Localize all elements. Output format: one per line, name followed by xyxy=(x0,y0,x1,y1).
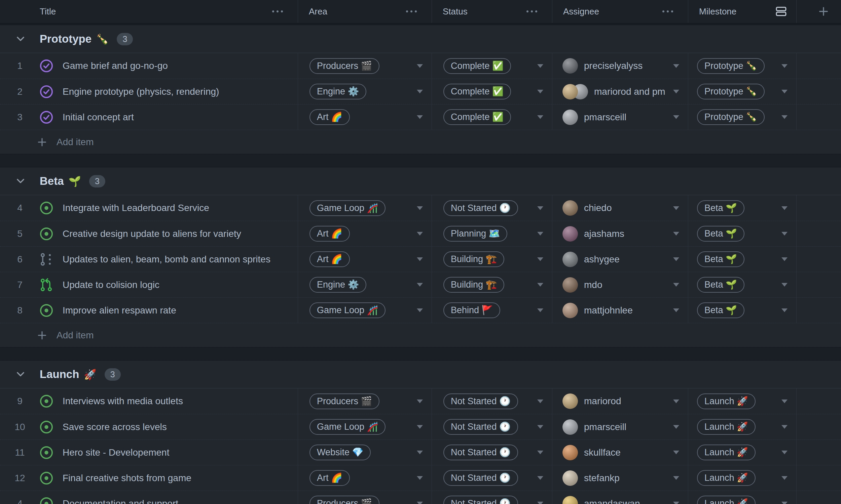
group-header[interactable]: Launch 🚀 3 xyxy=(0,361,841,389)
assignee-dropdown[interactable]: preciselyalyss xyxy=(552,53,688,79)
column-menu-icon[interactable] xyxy=(406,11,417,13)
assignee-dropdown[interactable]: chiedo xyxy=(552,195,688,221)
milestone-dropdown[interactable]: Launch 🚀 xyxy=(688,440,796,465)
column-header-assignee[interactable]: Assignee xyxy=(552,0,688,23)
area-dropdown[interactable]: Game Loop 🎢 xyxy=(298,414,432,439)
milestone-dropdown[interactable]: Beta 🌱 xyxy=(688,221,796,246)
issue-title-link[interactable]: Final creative shots from game xyxy=(63,473,191,484)
status-dropdown[interactable]: Not Started 🕐 xyxy=(432,440,552,465)
status-dropdown[interactable]: Building 🏗️ xyxy=(432,272,552,298)
assignee-dropdown[interactable]: ajashams xyxy=(552,221,688,246)
chevron-down-icon[interactable] xyxy=(15,33,26,45)
issue-open-icon xyxy=(39,420,54,434)
area-dropdown[interactable]: Producers 🎬 xyxy=(298,53,432,79)
issue-title-link[interactable]: Hero site - Developement xyxy=(63,447,169,458)
dropdown-caret-icon xyxy=(537,502,543,504)
assignee-dropdown[interactable]: mariorod xyxy=(552,389,688,414)
area-dropdown[interactable]: Game Loop 🎢 xyxy=(298,298,432,323)
area-dropdown[interactable]: Engine ⚙️ xyxy=(298,79,432,104)
dropdown-caret-icon xyxy=(673,425,679,429)
assignee-dropdown[interactable]: ashygee xyxy=(552,247,688,272)
column-header-area[interactable]: Area xyxy=(298,0,432,23)
add-column-header[interactable] xyxy=(796,0,841,23)
empty-cell xyxy=(796,272,841,298)
assignee-dropdown[interactable]: skullface xyxy=(552,440,688,465)
column-header-status[interactable]: Status xyxy=(432,0,552,23)
assignee-dropdown[interactable]: amandaswan xyxy=(552,491,688,504)
column-header-milestone[interactable]: Milestone xyxy=(688,0,796,23)
milestone-dropdown[interactable]: Beta 🌱 xyxy=(688,247,796,272)
column-menu-icon[interactable] xyxy=(663,11,673,13)
add-item-button[interactable]: Add item xyxy=(0,323,841,347)
issue-title-link[interactable]: Creative design update to aliens for var… xyxy=(63,229,241,239)
assignee-dropdown[interactable]: pmarsceill xyxy=(552,105,688,130)
avatar xyxy=(563,58,578,74)
issue-title-link[interactable]: Initial concept art xyxy=(63,112,134,123)
milestone-dropdown[interactable]: Prototype 🍾 xyxy=(688,105,796,130)
milestone-dropdown[interactable]: Beta 🌱 xyxy=(688,298,796,323)
status-dropdown[interactable]: Not Started 🕐 xyxy=(432,465,552,490)
row-layout-icon[interactable] xyxy=(775,5,788,18)
status-dropdown[interactable]: Complete ✅ xyxy=(432,79,552,104)
issue-title-link[interactable]: Engine prototype (physics, rendering) xyxy=(63,86,219,97)
area-dropdown[interactable]: Game Loop 🎢 xyxy=(298,195,432,221)
assignee-name: mattjohnlee xyxy=(584,305,633,316)
assignee-name: amandaswan xyxy=(584,498,640,504)
area-dropdown[interactable]: Art 🌈 xyxy=(298,465,432,490)
column-menu-icon[interactable] xyxy=(527,11,537,13)
status-dropdown[interactable]: Behind 🚩 xyxy=(432,298,552,323)
group-header[interactable]: Prototype 🍾 3 xyxy=(0,25,841,53)
status-dropdown[interactable]: Complete ✅ xyxy=(432,105,552,130)
add-column-plus-icon[interactable] xyxy=(818,5,829,17)
area-dropdown[interactable]: Website 💎 xyxy=(298,440,432,465)
issue-title-link[interactable]: Game brief and go-no-go xyxy=(63,60,168,71)
area-dropdown[interactable]: Producers 🎬 xyxy=(298,491,432,504)
area-label: Engine ⚙️ xyxy=(309,277,366,293)
chevron-down-icon[interactable] xyxy=(15,368,26,380)
assignee-dropdown[interactable]: mattjohnlee xyxy=(552,298,688,323)
status-dropdown[interactable]: Not Started 🕐 xyxy=(432,491,552,504)
milestone-dropdown[interactable]: Prototype 🍾 xyxy=(688,53,796,79)
assignee-dropdown[interactable]: mdo xyxy=(552,272,688,298)
issue-title-link[interactable]: Updates to alien, beam, bomb and cannon … xyxy=(63,254,271,265)
issue-title-link[interactable]: Documentation and support xyxy=(63,498,178,504)
column-header-title[interactable]: Title xyxy=(0,0,298,23)
status-dropdown[interactable]: Building 🏗️ xyxy=(432,247,552,272)
milestone-dropdown[interactable]: Launch 🚀 xyxy=(688,389,796,414)
area-dropdown[interactable]: Art 🌈 xyxy=(298,247,432,272)
status-dropdown[interactable]: Not Started 🕐 xyxy=(432,389,552,414)
status-label: Building 🏗️ xyxy=(443,251,504,267)
milestone-dropdown[interactable]: Beta 🌱 xyxy=(688,272,796,298)
assignee-dropdown[interactable]: pmarsceill xyxy=(552,414,688,439)
table-row: 11 Hero site - Developement Website 💎 No… xyxy=(0,439,841,465)
area-dropdown[interactable]: Producers 🎬 xyxy=(298,389,432,414)
milestone-dropdown[interactable]: Launch 🚀 xyxy=(688,414,796,439)
issue-title-link[interactable]: Improve alien respawn rate xyxy=(63,305,176,316)
status-dropdown[interactable]: Complete ✅ xyxy=(432,53,552,79)
area-dropdown[interactable]: Art 🌈 xyxy=(298,105,432,130)
row-number: 5 xyxy=(12,229,28,239)
status-dropdown[interactable]: Not Started 🕐 xyxy=(432,195,552,221)
assignee-dropdown[interactable]: stefankp xyxy=(552,465,688,490)
milestone-dropdown[interactable]: Prototype 🍾 xyxy=(688,79,796,104)
area-dropdown[interactable]: Art 🌈 xyxy=(298,221,432,246)
dropdown-caret-icon xyxy=(673,206,679,210)
area-dropdown[interactable]: Engine ⚙️ xyxy=(298,272,432,298)
milestone-dropdown[interactable]: Launch 🚀 xyxy=(688,465,796,490)
milestone-dropdown[interactable]: Beta 🌱 xyxy=(688,195,796,221)
group-header[interactable]: Beta 🌱 3 xyxy=(0,167,841,195)
status-dropdown[interactable]: Planning 🗺️ xyxy=(432,221,552,246)
column-menu-icon[interactable] xyxy=(272,11,283,13)
issue-title-link[interactable]: Integrate with Leaderboard Service xyxy=(63,203,209,213)
status-dropdown[interactable]: Not Started 🕐 xyxy=(432,414,552,439)
issue-title-link[interactable]: Save score across levels xyxy=(63,422,167,432)
assignee-dropdown[interactable]: mariorod and pm xyxy=(552,79,688,104)
chevron-down-icon[interactable] xyxy=(15,175,26,187)
milestone-dropdown[interactable]: Launch 🚀 xyxy=(688,491,796,504)
avatar xyxy=(563,303,578,318)
group-emoji: 🌱 xyxy=(69,175,81,187)
add-item-button[interactable]: Add item xyxy=(0,130,841,154)
issue-title-link[interactable]: Interviews with media outlets xyxy=(63,396,183,407)
issue-title-link[interactable]: Update to colision logic xyxy=(63,280,159,290)
title-cell: 10 Save score across levels xyxy=(0,414,298,439)
